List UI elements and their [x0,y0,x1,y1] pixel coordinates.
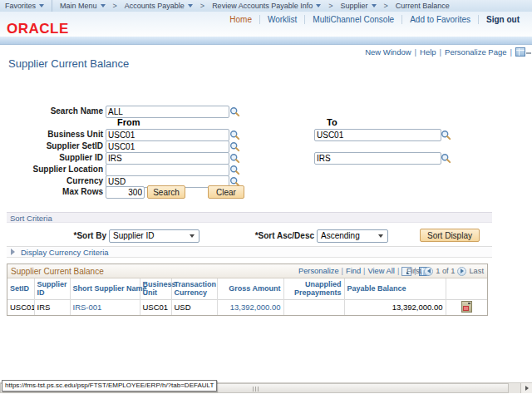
grid-title: Supplier Current Balance [11,267,104,276]
view-all-link[interactable]: View All [368,267,395,275]
gross-amount-link[interactable]: 13,392,000.00 [217,299,283,315]
sort-asc-desc-select[interactable]: Ascending [317,229,388,243]
favorites-menu-label: Favorites [5,2,36,10]
breadcrumb-item-supplier[interactable]: Supplier [335,2,381,10]
business-unit-row: Business Unit [0,129,532,140]
lookup-icon[interactable] [229,130,240,140]
personalize-link[interactable]: Personalize [298,267,339,275]
supplier-location-label: Supplier Location [0,164,103,175]
lookup-icon[interactable] [229,153,240,164]
col-unapplied-prepayments: Unapplied Prepayments [283,278,344,299]
utility-links: Home Worklist MultiChannel Console Add t… [222,15,527,24]
search-name-input[interactable] [106,106,229,118]
scrollbar-grip [253,387,260,392]
help-link[interactable]: Help [420,47,436,57]
chevron-down-icon [190,234,195,238]
col-business-unit: Business Unit [140,278,171,299]
sort-controls-row: *Sort By Supplier ID *Sort Asc/Desc Asce… [0,229,532,243]
supplier-current-balance-grid: Supplier Current Balance Personalize | F… [7,264,488,316]
new-window-link[interactable]: New Window [365,47,411,57]
max-rows-input[interactable] [106,186,145,199]
personalize-page-link[interactable]: Personalize Page [445,47,506,57]
col-transaction-currency: Transaction Currency [171,278,217,299]
sort-display-button[interactable]: Sort Display [420,229,480,242]
lookup-icon[interactable] [229,165,240,175]
business-unit-label: Business Unit [0,129,103,140]
sort-by-label: *Sort By [42,229,106,242]
multichannel-console-link[interactable]: MultiChannel Console [304,15,401,24]
pager-last-label: Last [469,267,484,275]
sign-out-link[interactable]: Sign out [478,15,527,24]
pager-info: 1 of 1 [436,267,455,275]
col-actions [446,278,487,299]
expand-arrow-icon[interactable] [11,249,15,255]
to-column-header: To [327,117,337,127]
supplier-location-input[interactable] [106,164,229,176]
search-name-label: Search Name [0,106,103,117]
worklist-link[interactable]: Worklist [259,15,304,24]
supplier-id-from-input[interactable] [106,152,229,165]
supplier-setid-row: Supplier SetID [0,140,532,152]
col-setid: SetID [7,278,34,299]
breadcrumb-item-accounts-payable[interactable]: Accounts Payable [120,2,198,10]
previous-page-icon[interactable] [424,267,433,276]
cell-supplier-id: IRS [34,299,70,315]
separator: | [440,47,441,57]
peoplesoft-supplier-current-balance-page: Favorites Main Menu > Accounts Payable >… [0,0,532,399]
add-to-favorites-link[interactable]: Add to Favorites [401,15,478,24]
cell-actions [446,299,487,315]
supplier-setid-input[interactable] [106,140,229,153]
drilldown-icon[interactable] [461,301,472,313]
breadcrumb-item-review-ap-info[interactable]: Review Accounts Payable Info [207,2,326,10]
breadcrumb-separator: > [200,2,204,10]
lookup-icon[interactable] [441,130,451,140]
breadcrumb-separator: > [113,2,117,10]
favorites-menu[interactable]: Favorites [0,2,49,10]
currency-row: Currency [0,175,532,187]
chevron-down-icon [188,4,193,7]
lookup-icon[interactable] [441,153,451,164]
find-link[interactable]: Find [346,267,361,275]
next-page-icon[interactable] [457,267,466,276]
cell-payable-balance: 13,392,000.00 [344,299,446,315]
cell-transaction-currency: USD [171,299,217,315]
breadcrumb-separator: > [328,2,332,10]
scroll-right-arrow[interactable] [520,383,532,393]
supplier-id-row: Supplier ID [0,152,532,164]
col-supplier-id: Supplier ID [34,278,70,299]
business-unit-from-input[interactable] [106,129,229,141]
display-currency-criteria-section[interactable]: Display Currency Criteria [7,246,492,258]
utility-bar: Home Worklist MultiChannel Console Add t… [0,12,532,37]
page-title: Supplier Current Balance [8,57,129,70]
table-row: USC01 IRS IRS-001 USC01 USD 13,392,000.0… [7,299,487,315]
oracle-logo: ORACLE [7,21,69,37]
lookup-icon[interactable] [229,106,240,117]
chevron-down-icon [316,4,321,7]
clear-button[interactable]: Clear [208,185,244,199]
currency-label: Currency [0,175,103,187]
display-currency-criteria-label: Display Currency Criteria [21,248,109,257]
search-form: Search Name From To Business Unit Suppli… [0,106,532,204]
cell-business-unit: USC01 [140,299,171,315]
short-supplier-name-link[interactable]: IRS-001 [70,299,140,315]
main-menu[interactable]: Main Menu [55,2,111,10]
max-rows-row: Max Rows Search Clear [0,186,532,198]
col-short-supplier-name: Short Supplier Name [70,278,140,299]
chevron-down-icon [39,4,44,7]
supplier-id-to-input[interactable] [314,152,441,165]
status-url-tooltip: https://fms-tst.ps.sc.edu/psp/FTST/EMPLO… [2,380,217,392]
col-payable-balance: Payable Balance [344,278,446,299]
breadcrumb-separator: > [384,2,388,10]
chevron-down-icon [378,234,383,238]
supplier-location-row: Supplier Location [0,164,532,175]
table-header-row: SetID Supplier ID Short Supplier Name Bu… [7,278,487,299]
home-link[interactable]: Home [222,15,259,24]
col-gross-amount: Gross Amount [217,278,283,299]
separator: | [397,267,399,275]
breadcrumb-item-current-balance: Current Balance [391,2,455,10]
personalize-layout-icon[interactable] [515,47,525,57]
business-unit-to-input[interactable] [314,129,441,141]
lookup-icon[interactable] [229,141,240,152]
sort-by-select[interactable]: Supplier ID [109,229,200,243]
search-button[interactable]: Search [147,185,185,199]
